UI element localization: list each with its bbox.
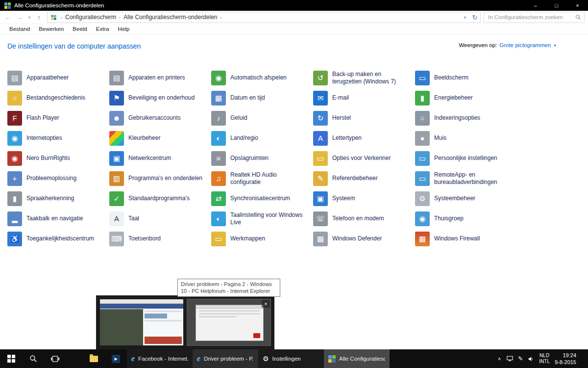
view-by-caret-icon[interactable]: ▼ <box>553 44 557 47</box>
cp-item-beveiliging-en-onderhoud[interactable]: ⚑ Beveiliging en onderhoud <box>109 88 211 108</box>
cp-item-programma-s-en-onderdelen[interactable]: ▥ Programma's en onderdelen <box>109 168 211 188</box>
windows-firewall-icon: ▦ <box>415 232 430 246</box>
thumbnail-close-icon[interactable]: × <box>262 300 270 308</box>
cp-item-muis[interactable]: ● Muis <box>415 128 517 148</box>
cp-item-realtek-hd-audio-configuratie[interactable]: ♫ Realtek HD Audio configuratie <box>211 168 313 188</box>
menu-bestand[interactable]: Bestand <box>5 26 34 32</box>
indexing-options-icon: ○ <box>415 111 430 126</box>
cp-item-standaardprogramma-s[interactable]: ✓ Standaardprogramma's <box>109 188 211 209</box>
cp-item-back-up-maken-en-terugzetten-windows-7[interactable]: ↺ Back-up maken en terugzetten (Windows … <box>313 68 415 88</box>
facebook-banner-mock <box>100 304 183 309</box>
up-button[interactable]: ↑ <box>33 14 45 21</box>
cp-item-kleurbeheer[interactable]: Kleurbeheer <box>109 128 211 148</box>
history-dropdown-icon[interactable]: ∨ <box>26 15 33 20</box>
cp-item-flash-player[interactable]: F Flash Player <box>7 108 109 128</box>
cp-item-lettertypen[interactable]: A Lettertypen <box>313 128 415 148</box>
taskbar-button-driver-probleem-p[interactable]: eDriver probleem - P... <box>193 349 258 368</box>
menu-extra[interactable]: Extra <box>92 26 114 32</box>
back-button[interactable]: ← <box>1 14 14 21</box>
cp-item-thuisgroep[interactable]: ◉ Thuisgroep <box>415 209 517 229</box>
taskbar-preview-tooltip: Driver probleem - Pagina 2 - Windows 10 … <box>177 279 280 297</box>
search-box[interactable] <box>484 12 585 23</box>
breadcrumb-separator: › <box>117 15 122 20</box>
cp-item-nero-burnrights[interactable]: ◉ Nero BurnRights <box>7 148 109 168</box>
minimize-button[interactable]: – <box>525 0 546 11</box>
task-view-button[interactable] <box>44 349 66 368</box>
cp-item-beeldscherm[interactable]: ▭ Beeldscherm <box>415 68 517 88</box>
flash-player-icon: F <box>7 111 22 126</box>
maximize-button[interactable]: □ <box>546 0 567 11</box>
cp-item-probleemoplossing[interactable]: + Probleemoplossing <box>7 168 109 188</box>
network-icon[interactable] <box>507 356 513 362</box>
cp-item-gebruikersaccounts[interactable]: ☻ Gebruikersaccounts <box>109 108 211 128</box>
cp-item-windows-firewall[interactable]: ▦ Windows Firewall <box>415 229 517 249</box>
close-button[interactable]: × <box>567 0 588 11</box>
cp-item-taal[interactable]: A Taal <box>109 209 211 229</box>
cp-item-land-regio[interactable]: ◐ Land/regio <box>211 128 313 148</box>
cp-item-windows-defender[interactable]: ▦ Windows Defender <box>313 229 415 249</box>
file-explorer-button[interactable] <box>83 349 105 368</box>
hidden-icons-chevron[interactable]: ∧ <box>497 356 502 361</box>
media-player-button[interactable]: ▶ <box>105 349 127 368</box>
address-dropdown-icon[interactable]: ∨ <box>461 15 469 20</box>
breadcrumb-configuratiescherm[interactable]: Configuratiescherm <box>64 14 117 21</box>
taskbar-button-instellingen[interactable]: ⚙Instellingen <box>258 349 324 368</box>
cp-item-referentiebeheer[interactable]: ✎ Referentiebeheer <box>313 168 415 188</box>
cp-item-apparaatbeheer[interactable]: ▤ Apparaatbeheer <box>7 68 109 88</box>
clock[interactable]: 19:24 9-8-2015 <box>555 352 576 366</box>
cp-item-opslagruimten[interactable]: ≡ Opslagruimten <box>211 148 313 168</box>
taskbar-button-alle-configuratiesc[interactable]: Alle Configuratiesc... <box>324 349 390 368</box>
cp-item-geluid[interactable]: ♪ Geluid <box>211 108 313 128</box>
administrative-tools-icon: ⚙ <box>415 191 430 206</box>
cp-item-herstel[interactable]: ↻ Herstel <box>313 108 415 128</box>
menu-help[interactable]: Help <box>114 26 134 32</box>
cp-item-apparaten-en-printers[interactable]: ▤ Apparaten en printers <box>109 68 211 88</box>
cp-item-e-mail[interactable]: ✉ E-mail <box>313 88 415 108</box>
titlebar: Alle Configuratiescherm-onderdelen – □ × <box>0 0 588 11</box>
forward-button[interactable]: → <box>14 14 26 21</box>
taskbar-search-button[interactable] <box>22 349 44 368</box>
cp-item-automatisch-afspelen[interactable]: ◉ Automatisch afspelen <box>211 68 313 88</box>
cp-item-toetsenbord[interactable]: ⌨ Toetsenbord <box>109 229 211 249</box>
cp-item-taakbalk-en-navigatie[interactable]: ▂ Taakbalk en navigatie <box>7 209 109 229</box>
cp-item-taalinstelling-voor-windows-live[interactable]: ◐ Taalinstelling voor Windows Live <box>211 209 313 229</box>
cp-item-label: Spraakherkenning <box>26 195 74 202</box>
cp-item-label: E-mail <box>332 94 349 102</box>
address-bar[interactable]: ›Configuratiescherm›Alle Configuratiesch… <box>47 12 481 23</box>
storage-spaces-icon: ≡ <box>211 151 226 166</box>
cp-item-opties-voor-verkenner[interactable]: ▭ Opties voor Verkenner <box>313 148 415 168</box>
menu-bewerken[interactable]: Bewerken <box>34 26 68 32</box>
cp-item-systeem[interactable]: ▣ Systeem <box>313 188 415 209</box>
preview-thumbnail-facebook[interactable] <box>100 299 183 345</box>
cp-item-toegankelijkheidscentrum[interactable]: ♿ Toegankelijkheidscentrum <box>7 229 109 249</box>
preview-thumbnail-driver-probleem[interactable]: × <box>187 299 270 345</box>
view-by-dropdown[interactable]: Grote pictogrammen <box>499 42 551 48</box>
cp-item-energiebeheer[interactable]: ▮ Energiebeheer <box>415 88 517 108</box>
cp-item-synchronisatiecentrum[interactable]: ⇄ Synchronisatiecentrum <box>211 188 313 209</box>
refresh-icon[interactable]: ↻ <box>469 14 480 21</box>
cp-item-bestandsgeschiedenis[interactable]: ○ Bestandsgeschiedenis <box>7 88 109 108</box>
breadcrumb-alle-configuratiescherm-onderdelen[interactable]: Alle Configuratiescherm-onderdelen <box>122 14 218 21</box>
menu-beeld[interactable]: Beeld <box>68 26 91 32</box>
volume-icon[interactable] <box>528 356 534 362</box>
cp-item-spraakherkenning[interactable]: ▮ Spraakherkenning <box>7 188 109 209</box>
cp-item-werkmappen[interactable]: ▭ Werkmappen <box>211 229 313 249</box>
language-indicator[interactable]: NLD INTL <box>539 353 550 365</box>
cp-item-remoteapp-en-bureaubladverbindingen[interactable]: ▭ RemoteApp- en bureaubladverbindingen <box>415 168 517 188</box>
taskbar-button-facebook-internet[interactable]: eFacebook - Internet... <box>127 349 193 368</box>
autoplay-icon: ◉ <box>211 71 226 85</box>
cp-item-persoonlijke-instellingen[interactable]: ▭ Persoonlijke instellingen <box>415 148 517 168</box>
cp-item-netwerkcentrum[interactable]: ▣ Netwerkcentrum <box>109 148 211 168</box>
cp-item-systeembeheer[interactable]: ⚙ Systeembeheer <box>415 188 517 209</box>
start-button[interactable] <box>0 349 22 368</box>
cp-item-label: RemoteApp- en bureaubladverbindingen <box>434 171 511 186</box>
cp-item-datum-en-tijd[interactable]: ▦ Datum en tijd <box>211 88 313 108</box>
pen-input-icon[interactable]: ✎ <box>518 355 523 362</box>
cp-item-indexeringsopties[interactable]: ○ Indexeringsopties <box>415 108 517 128</box>
remoteapp-icon: ▭ <box>415 171 430 186</box>
taskbar-spacer <box>66 349 83 368</box>
cp-item-internetopties[interactable]: ◉ Internetopties <box>7 128 109 148</box>
cp-item-telefoon-en-modem[interactable]: ☏ Telefoon en modem <box>313 209 415 229</box>
search-input[interactable] <box>488 14 575 20</box>
cp-item-label: Indexeringsopties <box>434 114 480 122</box>
